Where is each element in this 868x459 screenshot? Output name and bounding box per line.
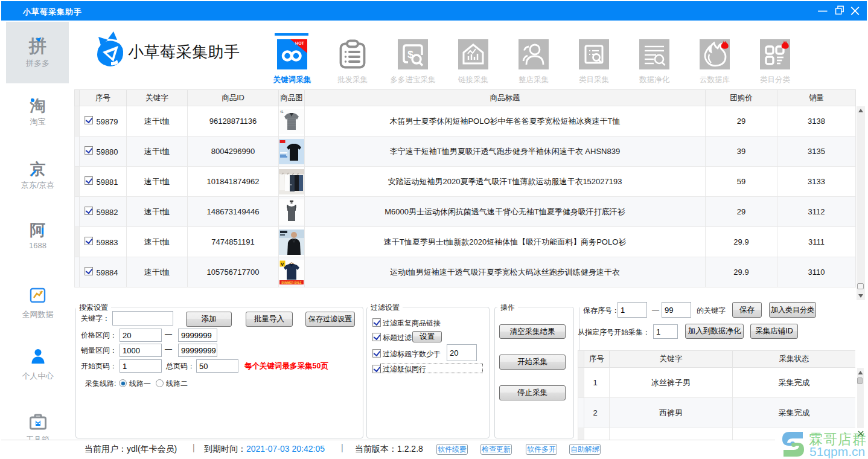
svg-text:41: 41 <box>280 110 284 114</box>
svg-text:HOT: HOT <box>295 41 305 45</box>
svg-text:V: V <box>281 261 284 266</box>
svg-text:SUMMER SALE: SUMMER SALE <box>281 281 301 284</box>
